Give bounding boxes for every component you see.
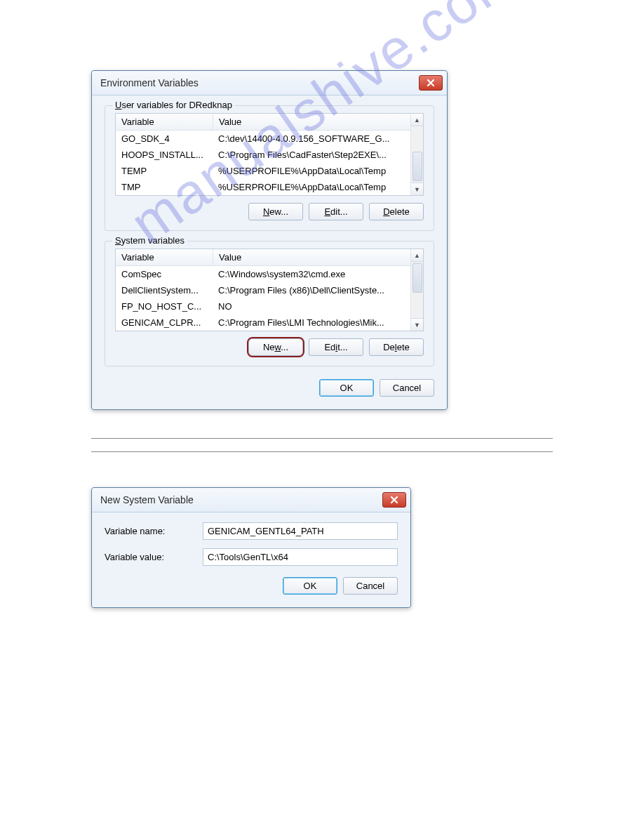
cancel-button[interactable]: Cancel bbox=[380, 379, 434, 397]
table-row[interactable]: TEMP %USERPROFILE%\AppData\Local\Temp bbox=[116, 163, 410, 179]
scrollbar[interactable]: ▲ ▼ bbox=[410, 249, 423, 331]
variable-name-input[interactable] bbox=[203, 522, 398, 540]
table-row[interactable]: DellClientSystem... C:\Program Files (x8… bbox=[116, 282, 410, 298]
user-variables-group: User variables for DRedknap Variable Val… bbox=[105, 105, 434, 231]
close-button[interactable] bbox=[382, 492, 406, 508]
user-edit-button[interactable]: Edit... bbox=[309, 203, 363, 220]
ok-button[interactable]: OK bbox=[319, 379, 374, 397]
close-icon bbox=[390, 496, 398, 504]
table-header: Variable Value bbox=[116, 114, 410, 131]
scrollbar[interactable]: ▲ ▼ bbox=[410, 114, 423, 195]
ok-button[interactable]: OK bbox=[283, 577, 337, 595]
variable-value-input[interactable] bbox=[203, 548, 398, 566]
system-new-button[interactable]: New... bbox=[248, 338, 303, 356]
dialog-title: New System Variable bbox=[100, 494, 194, 505]
table-row[interactable]: GO_SDK_4 C:\dev\14400-4.0.9.156_SOFTWARE… bbox=[116, 131, 410, 147]
scroll-up-icon[interactable]: ▲ bbox=[411, 114, 423, 126]
table-row[interactable]: HOOPS_INSTALL... C:\Program Files\CadFas… bbox=[116, 147, 410, 163]
variable-name-label: Variable name: bbox=[105, 526, 203, 536]
system-variables-label: System variables bbox=[112, 235, 187, 246]
user-delete-button[interactable]: Delete bbox=[369, 203, 424, 220]
dialog-title: Environment Variables bbox=[100, 77, 199, 88]
scroll-thumb[interactable] bbox=[412, 263, 422, 293]
close-icon bbox=[427, 79, 435, 87]
scroll-down-icon[interactable]: ▼ bbox=[411, 183, 423, 195]
system-variables-group: System variables Variable Value ComSpec … bbox=[105, 241, 434, 366]
environment-variables-dialog: Environment Variables User variables for… bbox=[91, 70, 448, 410]
table-row[interactable]: GENICAM_CLPR... C:\Program Files\LMI Tec… bbox=[116, 315, 410, 331]
scroll-thumb[interactable] bbox=[412, 152, 422, 181]
horizontal-rules bbox=[91, 438, 553, 452]
col-variable[interactable]: Variable bbox=[116, 249, 213, 265]
new-system-variable-dialog: New System Variable Variable name: Varia… bbox=[91, 487, 411, 608]
col-value[interactable]: Value bbox=[213, 249, 410, 265]
system-variables-table[interactable]: Variable Value ComSpec C:\Windows\system… bbox=[115, 249, 424, 331]
titlebar: Environment Variables bbox=[92, 71, 447, 95]
user-variables-table[interactable]: Variable Value GO_SDK_4 C:\dev\14400-4.0… bbox=[115, 113, 424, 196]
titlebar: New System Variable bbox=[92, 488, 410, 512]
system-edit-button[interactable]: Edit... bbox=[309, 338, 363, 356]
close-button[interactable] bbox=[419, 75, 443, 91]
col-variable[interactable]: Variable bbox=[116, 114, 213, 130]
variable-value-label: Variable value: bbox=[105, 552, 203, 562]
table-row[interactable]: TMP %USERPROFILE%\AppData\Local\Temp bbox=[116, 179, 410, 195]
scroll-down-icon[interactable]: ▼ bbox=[411, 318, 423, 331]
table-header: Variable Value bbox=[116, 249, 410, 266]
cancel-button[interactable]: Cancel bbox=[343, 577, 398, 595]
scroll-up-icon[interactable]: ▲ bbox=[411, 249, 423, 262]
user-new-button[interactable]: New... bbox=[248, 203, 303, 220]
user-variables-label: User variables for DRedknap bbox=[112, 100, 235, 110]
col-value[interactable]: Value bbox=[213, 114, 410, 130]
table-row[interactable]: FP_NO_HOST_C... NO bbox=[116, 298, 410, 315]
system-delete-button[interactable]: Delete bbox=[369, 338, 424, 356]
table-row[interactable]: ComSpec C:\Windows\system32\cmd.exe bbox=[116, 266, 410, 282]
